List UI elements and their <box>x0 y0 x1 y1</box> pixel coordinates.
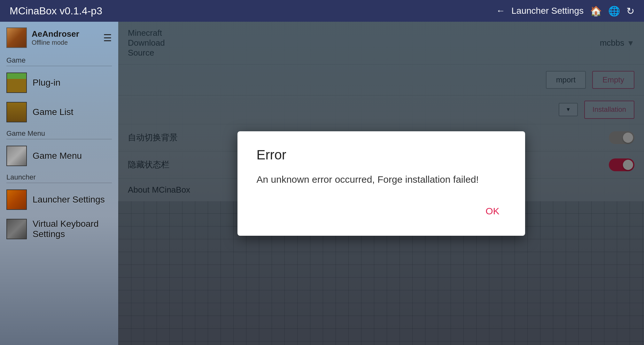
main-layout: AeAndroser Offline mode ☰ Game Plug-in G… <box>0 22 644 345</box>
gamemenu-icon <box>6 146 27 166</box>
sidebar-item-virtualkeyboard[interactable]: Virtual Keyboard Settings <box>0 214 118 244</box>
content-area: MinecraftDownloadSource mcbbs ▼ mport Em… <box>118 22 644 345</box>
back-arrow-icon[interactable]: ← <box>496 6 505 16</box>
plugin-icon <box>6 73 27 93</box>
sidebar-item-plugin[interactable]: Plug-in <box>0 68 118 97</box>
divider-game <box>6 66 112 66</box>
modal-ok-button[interactable]: OK <box>479 203 506 220</box>
modal-actions: OK <box>257 203 506 220</box>
app-title: MCinaBox v0.1.4-p3 <box>10 5 102 17</box>
topbar-actions: ← Launcher Settings 🏠 🌐 ↻ <box>496 5 634 17</box>
sidebar: AeAndroser Offline mode ☰ Game Plug-in G… <box>0 22 118 345</box>
launcher-settings-link[interactable]: Launcher Settings <box>511 6 584 16</box>
globe-icon[interactable]: 🌐 <box>608 5 620 17</box>
sidebar-item-launchersettings[interactable]: Launcher Settings <box>0 185 118 214</box>
section-label-launcher: Launcher <box>0 171 118 183</box>
section-label-game: Game <box>0 54 118 66</box>
user-profile: AeAndroser Offline mode ☰ <box>0 22 118 54</box>
section-label-gamemenu: Game Menu <box>0 127 118 139</box>
modal-overlay: Error An unknown error occurred, Forge i… <box>118 22 644 345</box>
topbar: MCinaBox v0.1.4-p3 ← Launcher Settings 🏠… <box>0 0 644 22</box>
hamburger-icon[interactable]: ☰ <box>103 32 112 43</box>
launchersettings-icon <box>6 189 27 210</box>
modal-message: An unknown error occurred, Forge install… <box>257 172 506 187</box>
virtualkeyboard-icon <box>6 219 27 239</box>
gamemenu-label: Game Menu <box>33 151 82 161</box>
sidebar-item-gamemenu[interactable]: Game Menu <box>0 141 118 171</box>
modal-title: Error <box>257 147 506 163</box>
user-info: AeAndroser Offline mode <box>32 29 98 46</box>
divider-launcher <box>6 183 112 183</box>
divider-gamemenu <box>6 139 112 139</box>
avatar <box>6 27 27 48</box>
user-status: Offline mode <box>32 39 98 46</box>
virtualkeyboard-label: Virtual Keyboard Settings <box>33 219 112 239</box>
gamelist-icon <box>6 102 27 122</box>
plugin-label: Plug-in <box>33 78 60 88</box>
gamelist-label: Game List <box>33 107 74 117</box>
home-icon[interactable]: 🏠 <box>590 5 602 17</box>
username: AeAndroser <box>32 29 98 39</box>
error-dialog: Error An unknown error occurred, Forge i… <box>237 131 525 236</box>
launchersettings-label: Launcher Settings <box>33 195 105 205</box>
refresh-icon[interactable]: ↻ <box>626 5 634 17</box>
sidebar-item-gamelist[interactable]: Game List <box>0 97 118 127</box>
